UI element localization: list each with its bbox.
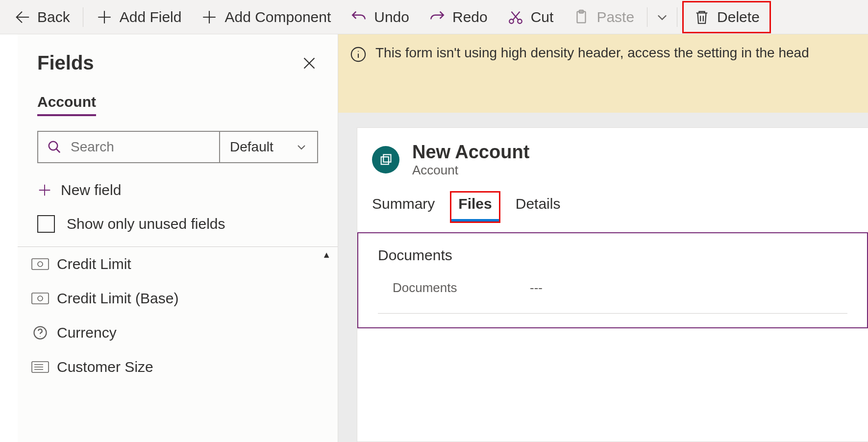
- field-label: Credit Limit: [57, 256, 131, 272]
- svg-rect-5: [32, 259, 49, 270]
- show-unused-label: Show only unused fields: [67, 216, 225, 232]
- form-header: New Account Account: [357, 142, 868, 178]
- svg-point-8: [38, 296, 43, 301]
- cut-label: Cut: [531, 9, 554, 25]
- scroll-up-icon[interactable]: ▲: [322, 250, 331, 260]
- redo-icon: [429, 9, 446, 25]
- form-tabs: Summary Files Details: [357, 178, 868, 221]
- info-banner: This form isn't using high density heade…: [338, 34, 868, 113]
- delete-button[interactable]: Delete: [684, 2, 769, 32]
- search-input[interactable]: [71, 139, 210, 155]
- delete-label: Delete: [717, 9, 760, 25]
- section-body: Documents ---: [378, 275, 847, 314]
- undo-button[interactable]: Undo: [341, 2, 419, 32]
- toolbar: Back Add Field Add Component Undo Redo C…: [0, 0, 868, 34]
- close-panel-button[interactable]: [300, 54, 318, 72]
- currency-icon: [31, 292, 49, 305]
- paste-label: Paste: [596, 9, 634, 25]
- toolbar-separator: [647, 7, 647, 27]
- documents-field-row[interactable]: Documents ---: [393, 280, 847, 295]
- documents-value: ---: [530, 280, 543, 295]
- redo-label: Redo: [452, 9, 488, 25]
- svg-rect-12: [381, 157, 389, 164]
- fields-panel: Fields Account Default New fi: [18, 34, 338, 442]
- main-area: Fields Account Default New fi: [0, 34, 868, 442]
- plus-icon: [201, 9, 218, 25]
- form-preview: New Account Account Summary Files Detail…: [357, 127, 868, 442]
- list-item[interactable]: Customer Size: [18, 350, 338, 384]
- form-subtitle: Account: [412, 163, 529, 178]
- plus-icon: [37, 183, 52, 197]
- show-unused-row[interactable]: Show only unused fields: [18, 207, 338, 246]
- field-label: Currency: [57, 324, 117, 341]
- list-item[interactable]: Currency: [18, 316, 338, 350]
- add-component-button[interactable]: Add Component: [191, 2, 341, 32]
- show-unused-checkbox[interactable]: [37, 215, 55, 233]
- add-component-label: Add Component: [224, 9, 331, 25]
- filter-label: Default: [230, 139, 273, 155]
- entity-icon: [372, 146, 399, 173]
- add-field-label: Add Field: [120, 9, 182, 25]
- new-field-button[interactable]: New field: [18, 173, 338, 207]
- field-label: Customer Size: [57, 359, 153, 375]
- section-documents[interactable]: Documents Documents ---: [357, 232, 868, 328]
- undo-icon: [350, 9, 367, 25]
- info-icon: [350, 46, 367, 63]
- field-list[interactable]: ▲ Credit Limit Credit Limit (Base) Curre…: [18, 246, 338, 442]
- redo-button[interactable]: Redo: [419, 2, 497, 32]
- back-label: Back: [37, 9, 70, 25]
- svg-point-4: [49, 142, 58, 150]
- cut-button[interactable]: Cut: [497, 2, 564, 32]
- panel-tab-row: Account: [18, 94, 338, 116]
- undo-label: Undo: [374, 9, 409, 25]
- tab-details[interactable]: Details: [516, 196, 561, 217]
- new-field-label: New field: [61, 182, 121, 198]
- tab-files[interactable]: Files: [451, 193, 498, 221]
- tab-summary[interactable]: Summary: [372, 196, 435, 217]
- panel-tab-account[interactable]: Account: [37, 94, 96, 116]
- svg-rect-7: [32, 293, 49, 304]
- delete-highlight: Delete: [682, 1, 771, 33]
- section-title: Documents: [378, 247, 847, 264]
- panel-title: Fields: [37, 52, 94, 74]
- search-box[interactable]: [38, 132, 219, 162]
- arrow-left-icon: [14, 9, 30, 25]
- toolbar-separator: [677, 7, 677, 27]
- documents-label: Documents: [393, 280, 530, 295]
- trash-icon: [694, 9, 710, 25]
- form-canvas: This form isn't using high density heade…: [338, 34, 868, 442]
- paste-button: Paste: [563, 2, 644, 32]
- search-row: Default: [37, 131, 318, 163]
- banner-text: This form isn't using high density heade…: [375, 45, 809, 61]
- filter-dropdown[interactable]: Default: [219, 132, 317, 162]
- form-title: New Account: [412, 142, 529, 163]
- toolbar-separator: [83, 7, 83, 27]
- scissors-icon: [507, 9, 524, 25]
- back-button[interactable]: Back: [4, 2, 80, 32]
- currency-icon: [31, 257, 49, 271]
- svg-rect-13: [383, 155, 391, 162]
- help-icon: [31, 326, 49, 340]
- list-item[interactable]: Credit Limit (Base): [18, 281, 338, 316]
- plus-icon: [96, 9, 113, 25]
- optionset-icon: [31, 360, 49, 374]
- list-item[interactable]: Credit Limit: [18, 247, 338, 281]
- paste-dropdown[interactable]: [650, 10, 674, 24]
- panel-header: Fields: [18, 34, 338, 79]
- form-titles: New Account Account: [412, 142, 529, 178]
- field-label: Credit Limit (Base): [57, 290, 178, 307]
- add-field-button[interactable]: Add Field: [86, 2, 192, 32]
- svg-point-6: [38, 262, 43, 267]
- clipboard-icon: [573, 9, 590, 25]
- search-icon: [47, 140, 62, 154]
